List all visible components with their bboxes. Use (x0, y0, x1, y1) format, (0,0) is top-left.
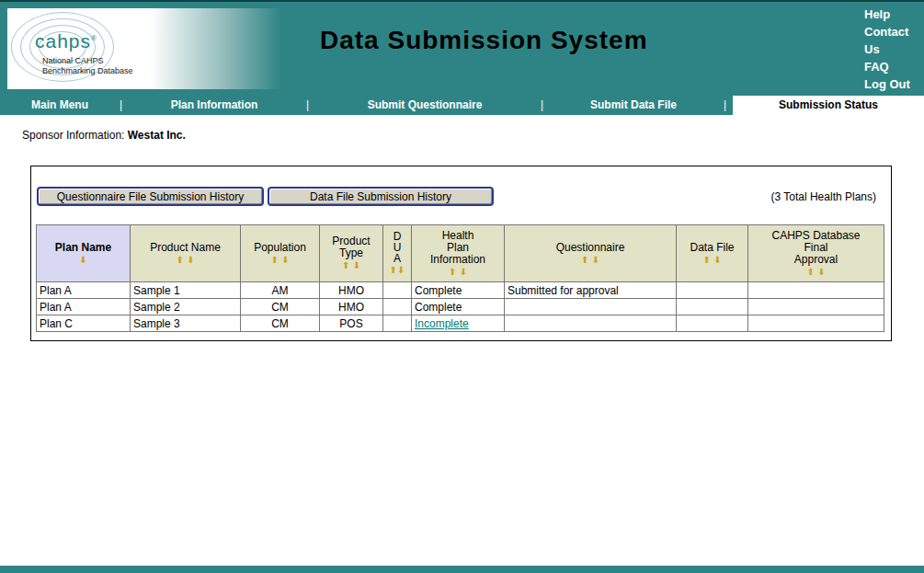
sort-desc-icon: ⬇ (79, 255, 86, 265)
sort-arrows: ⬆ ⬇ (243, 254, 317, 266)
nav-main-menu[interactable]: Main Menu (0, 96, 120, 115)
sort-arrows: ⬆ ⬇ (132, 254, 238, 266)
column-header-dua[interactable]: D U A ⬆⬇ (383, 225, 412, 282)
column-header-questionnaire[interactable]: Questionnaire ⬆ ⬇ (505, 225, 677, 282)
cell-population: CM (241, 299, 320, 315)
total-health-plans: (3 Total Health Plans) (770, 190, 876, 203)
sort-desc-icon: ⬇ (187, 255, 194, 265)
column-header-health-plan-information[interactable]: Health Plan Information ⬆ ⬇ (412, 225, 505, 282)
registered-mark: ® (91, 34, 97, 42)
sort-asc-icon: ⬆ (270, 255, 278, 265)
contact-us-link[interactable]: Contact Us (864, 23, 924, 58)
column-header-product-type[interactable]: Product Type ⬆ ⬇ (320, 225, 383, 282)
sort-arrows: ⬆⬇ (385, 264, 409, 276)
cell-product-name: Sample 1 (131, 282, 241, 299)
sort-desc-icon: ⬇ (592, 255, 599, 265)
cell-plan-name: Plan A (37, 282, 131, 299)
sort-arrows: ⬆ ⬇ (507, 254, 674, 266)
column-header-data-file[interactable]: Data File ⬆ ⬇ (677, 225, 748, 282)
table-row: Plan A Sample 2 CM HMO Complete (37, 299, 884, 315)
sort-desc-icon: ⬇ (353, 260, 360, 270)
logo-brand: cahps® (35, 30, 97, 52)
sponsor-value: Westat Inc. (128, 129, 186, 142)
nav-submission-status-active[interactable]: Submission Status (733, 96, 924, 115)
questionnaire-history-button[interactable]: Questionnaire File Submission History (37, 187, 264, 206)
sort-asc-icon: ⬆ (806, 267, 814, 277)
cell-plan-name: Plan C (37, 315, 131, 332)
header: cahps® National CAHPS Benchmarking Datab… (0, 2, 924, 96)
cell-data-file (677, 299, 748, 315)
app-window: cahps® National CAHPS Benchmarking Datab… (0, 0, 924, 573)
logo-subtitle: National CAHPS Benchmarking Database (42, 56, 133, 76)
cell-data-file (677, 282, 748, 299)
table-header-row: Plan Name ⬇ Product Name ⬆ ⬇ Population … (37, 225, 884, 282)
nav-submit-data-file[interactable]: Submit Data File (543, 96, 724, 115)
sort-desc-icon: ⬇ (281, 255, 289, 265)
submission-status-panel: Questionnaire File Submission History Da… (30, 166, 892, 341)
data-file-history-button[interactable]: Data File Submission History (268, 187, 494, 206)
cahps-logo: cahps® National CAHPS Benchmarking Datab… (7, 8, 281, 89)
cell-questionnaire: Submitted for approval (505, 282, 677, 299)
faq-link[interactable]: FAQ (864, 58, 924, 75)
sort-asc-icon: ⬆ (342, 260, 349, 270)
column-header-population[interactable]: Population ⬆ ⬇ (241, 225, 320, 282)
cell-health-plan-information: Incomplete (412, 315, 505, 332)
cell-product-type: HMO (320, 282, 383, 299)
sort-arrows: ⬆ ⬇ (322, 259, 381, 271)
nav-separator: | (724, 96, 726, 115)
cell-dua (383, 299, 412, 315)
cell-final-approval (748, 315, 884, 332)
cell-dua (383, 315, 412, 332)
footer-bar (0, 566, 924, 573)
sponsor-information: Sponsor Information: Westat Inc. (22, 129, 186, 142)
cell-dua (383, 282, 412, 299)
cell-product-name: Sample 3 (131, 315, 241, 332)
cell-plan-name: Plan A (37, 299, 131, 315)
sort-asc-icon: ⬆ (581, 255, 588, 265)
table-row: Plan C Sample 3 CM POS Incomplete (37, 315, 884, 332)
cell-final-approval (748, 282, 884, 299)
panel-toolbar: Questionnaire File Submission History Da… (37, 187, 885, 206)
sort-desc-icon: ⬇ (713, 255, 721, 265)
column-header-final-approval[interactable]: CAHPS Database Final Approval ⬆ ⬇ (748, 225, 884, 282)
sponsor-label: Sponsor Information: (22, 129, 124, 142)
sort-asc-icon: ⬆ (702, 255, 710, 265)
sort-asc-icon: ⬆ (449, 267, 456, 277)
cell-health-plan-information: Complete (412, 282, 505, 299)
sort-desc-icon: ⬇ (817, 267, 825, 277)
sort-asc-icon: ⬆ (390, 265, 397, 275)
header-links: Help Contact Us FAQ Log Out Debug (864, 6, 924, 110)
cell-questionnaire (505, 315, 677, 332)
cell-product-type: POS (320, 315, 383, 332)
cell-population: AM (241, 282, 320, 299)
column-header-product-name[interactable]: Product Name ⬆ ⬇ (131, 225, 241, 282)
sort-arrows: ⬆ ⬇ (750, 266, 882, 278)
cell-questionnaire (505, 299, 677, 315)
main-nav: Main Menu | Plan Information | Submit Qu… (0, 96, 924, 115)
incomplete-link[interactable]: Incomplete (415, 317, 469, 330)
sort-arrows: ⬆ ⬇ (679, 254, 746, 266)
cell-product-type: HMO (320, 299, 383, 315)
cell-data-file (677, 315, 748, 332)
cell-health-plan-information: Complete (412, 299, 505, 315)
cell-product-name: Sample 2 (131, 299, 241, 315)
health-plans-table: Plan Name ⬇ Product Name ⬆ ⬇ Population … (36, 224, 884, 332)
nav-submit-questionnaire[interactable]: Submit Questionnaire (309, 96, 541, 115)
nav-plan-information[interactable]: Plan Information (122, 96, 306, 115)
help-link[interactable]: Help (864, 6, 924, 23)
table-row: Plan A Sample 1 AM HMO Complete Submitte… (37, 282, 884, 299)
column-header-plan-name[interactable]: Plan Name ⬇ (37, 225, 131, 282)
sort-asc-icon: ⬆ (176, 255, 183, 265)
sort-arrows: ⬆ ⬇ (414, 266, 502, 278)
log-out-link[interactable]: Log Out (864, 75, 924, 93)
sort-arrows: ⬇ (39, 254, 128, 266)
page-title: Data Submission System (320, 26, 648, 55)
cell-final-approval (748, 299, 884, 315)
cell-population: CM (241, 315, 320, 332)
sort-desc-icon: ⬇ (460, 267, 467, 277)
sort-desc-icon: ⬇ (397, 265, 405, 275)
